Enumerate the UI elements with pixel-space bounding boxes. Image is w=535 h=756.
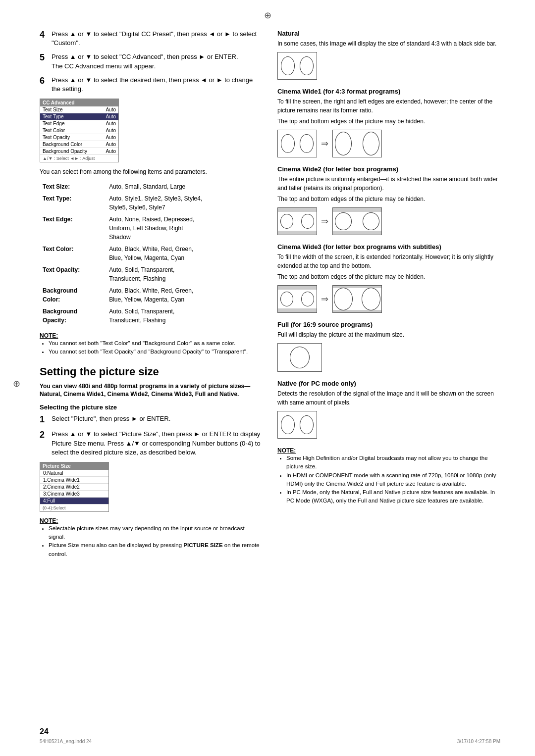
note-2-label: NOTE: [40,517,58,524]
param-textopacity-value: Auto, Solid, Transparent,Translucent, Fl… [107,264,262,284]
note-2-item-2: Picture Size menu also can be displayed … [49,541,263,558]
note-1-item-1: You cannot set both "Text Color" and "Ba… [49,339,263,348]
full-section: Full (for 16:9 source programs) Full wil… [277,321,500,372]
step-4-number: 4 [40,30,49,48]
param-texttype: Text Type: Auto, Style1, Style2, Style3,… [41,193,262,213]
step-4-text: Press ▲ or ▼ to select "Digital CC Prese… [52,30,257,47]
page-number: 24 [40,727,49,736]
full-diagrams [277,343,500,372]
cinema-wide1-title: Cinema Wide1 (for 4:3 format programs) [277,88,500,95]
native-title: Native (for PC mode only) [277,380,500,387]
step-2: 2 Press ▲ or ▼ to select "Picture Size",… [40,430,263,457]
step-5-text: Press ▲ or ▼ to select "CC Advanced", th… [52,53,238,60]
picture-size-menu: Picture Size 0:Natural 1:Cinema Wide1 2:… [40,462,109,512]
note-2: NOTE: Selectable picture sizes may vary … [40,517,263,558]
param-bgcolor: BackgroundColor: Auto, Black, White, Red… [41,285,262,305]
native-text: Detects the resolution of the signal of … [277,389,500,407]
cc-menu-row-bgcolor: Background ColorAuto [40,141,118,148]
circle-right [363,132,379,155]
cc-menu-row-textedge: Text EdgeAuto [40,120,118,127]
step-6: 6 Press ▲ or ▼ to select the desired ite… [40,76,263,94]
param-textedge-label: Text Edge: [41,214,106,243]
cc-menu-footer: ▲/▼ : Select ◄► : Adjust [40,155,118,162]
cw2-arrow: ⇒ [321,207,328,235]
cinema-wide1-sub: The top and bottom edges of the picture … [277,117,500,126]
page: ⊕ ⊕ 4 Press ▲ or ▼ to select "Digital CC… [0,0,535,756]
cw3-tv-wide [332,285,382,313]
step-2-text: Press ▲ or ▼ to select "Picture Size", t… [52,430,261,455]
note-2-item-1: Selectable picture sizes may vary depend… [49,524,263,542]
left-marker: ⊕ [13,378,20,389]
param-bgopacity-value: Auto, Solid, Transparent,Translucent, Fl… [107,306,262,326]
note-right-list: Some High Definition and/or Digital broa… [277,454,500,505]
ps-row-full: 4:Full [40,498,108,504]
param-bgcolor-label: BackgroundColor: [41,285,106,305]
circle-right [301,214,314,229]
step-1-number: 1 [40,414,49,425]
full-title: Full (for 16:9 source programs) [277,321,500,328]
cinema-wide3-sub: The top and bottom edges of the picture … [277,272,500,281]
param-bgcolor-value: Auto, Black, White, Red, Green,Blue, Yel… [107,285,262,305]
circle-right [301,292,314,306]
note-right: NOTE: Some High Definition and/or Digita… [277,447,500,505]
circle-left [281,415,295,434]
circle-left [335,212,352,230]
cc-menu-row-bgopacity: Background OpacityAuto [40,148,118,155]
ps-row-cw1: 1:Cinema Wide1 [40,477,108,484]
cw1-diagrams: ⇒ [277,130,500,157]
ps-row-natural: 0:Natural [40,470,108,477]
step-6-content: Press ▲ or ▼ to select the desired item,… [52,76,263,94]
cw1-arrow: ⇒ [321,130,328,157]
param-textsize-label: Text Size: [41,181,106,192]
circle-center [290,347,310,368]
cw1-tv-narrow [277,130,317,157]
param-texttype-value: Auto, Style1, Style2, Style3, Style4,Sty… [107,193,262,213]
step-4: 4 Press ▲ or ▼ to select "Digital CC Pre… [40,30,263,48]
cinema-wide2-section: Cinema Wide2 (for letter box programs) T… [277,165,500,235]
natural-title: Natural [277,30,500,37]
cinema-wide1-section: Cinema Wide1 (for 4:3 format programs) T… [277,88,500,157]
param-textsize-value: Auto, Small, Standard, Large [107,181,262,192]
ps-menu-title: Picture Size [40,462,108,470]
cc-advanced-menu: CC Advanced Text SizeAuto Text TypeAuto … [40,99,119,162]
native-diagrams [277,411,500,439]
cw3-tv-narrow [277,285,317,313]
step-5: 5 Press ▲ or ▼ to select "CC Advanced", … [40,52,263,70]
selecting-title: Selecting the picture size [40,403,263,412]
step-1: 1 Select "Picture", then press ► or ENTE… [40,414,263,425]
cw3-diagrams: ⇒ [277,285,500,313]
cc-menu-row-textcolor: Text ColorAuto [40,127,118,134]
full-text: Full will display the picture at the max… [277,330,500,339]
param-textcolor: Text Color: Auto, Black, White, Red, Gre… [41,244,262,263]
natural-text: In some cases, this image will display t… [277,39,500,48]
step-1-text: Select "Picture", then press ► or ENTER. [52,415,170,422]
circle-left [281,56,295,75]
cw2-tv-wide [332,207,382,235]
step-1-content: Select "Picture", then press ► or ENTER. [52,414,263,425]
cinema-wide2-title: Cinema Wide2 (for letter box programs) [277,165,500,173]
cinema-wide1-text: To fill the screen, the right and left e… [277,97,500,115]
param-bgopacity-label: BackgroundOpacity: [41,306,106,326]
step-6-number: 6 [40,76,49,94]
note-right-item-2: In HDMI or COMPONENT mode with a scannin… [286,471,500,489]
cc-menu-row-textopacity: Text OpacityAuto [40,134,118,141]
circle-right [300,415,314,434]
params-intro: You can select from among the following … [40,167,263,176]
ps-menu-footer: (0-4):Select [40,504,108,511]
note-right-label: NOTE: [277,447,296,454]
cinema-wide2-sub: The top and bottom edges of the picture … [277,195,500,203]
bold-intro: You can view 480i and 480p format progra… [40,382,263,399]
step-5-sub: The CC Advanced menu will appear. [52,62,156,70]
right-column: Natural In some cases, this image will d… [277,30,500,563]
param-textcolor-value: Auto, Black, White, Red, Green,Blue, Yel… [107,244,262,263]
step-5-content: Press ▲ or ▼ to select "CC Advanced", th… [52,52,263,70]
cc-menu-row-textsize: Text SizeAuto [40,106,118,113]
cc-menu-row-texttype: Text TypeAuto [40,113,118,120]
note-1-item-2: You cannot set both "Text Opacity" and "… [49,348,263,356]
cinema-wide3-title: Cinema Wide3 (for letter box programs wi… [277,243,500,251]
circle-right [363,212,379,230]
circle-right [300,56,314,75]
native-section: Native (for PC mode only) Detects the re… [277,380,500,439]
cc-menu-title: CC Advanced [40,99,118,106]
param-textsize: Text Size: Auto, Small, Standard, Large [41,181,262,192]
